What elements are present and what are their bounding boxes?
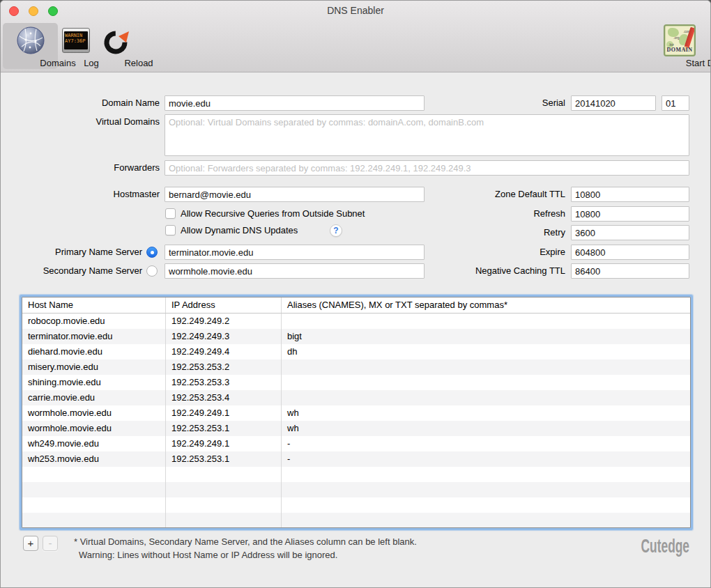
host-table[interactable]: Host Name IP Address Aliases (CNAMES), M… [22, 297, 691, 528]
table-row[interactable]: wh249.movie.edu192.249.249.1- [22, 436, 690, 451]
table-cell: 192.249.249.2 [166, 314, 282, 329]
hostmaster-input[interactable] [165, 187, 425, 202]
primary-ns-input[interactable] [165, 245, 425, 260]
table-cell: misery.movie.edu [22, 359, 166, 375]
globe-network-icon [15, 25, 46, 59]
help-button[interactable]: ? [330, 224, 342, 237]
table-cell [282, 497, 690, 513]
table-cell [282, 390, 690, 405]
table-cell: - [282, 436, 690, 451]
table-row[interactable]: wormhole.movie.edu192.249.249.1wh [22, 405, 690, 421]
table-cell: 192.249.249.1 [166, 405, 282, 421]
table-cell: 192.253.253.3 [166, 375, 282, 390]
hostmaster-label: Hostmaster [1, 187, 160, 202]
table-cell [166, 467, 282, 482]
secondary-ns-input[interactable] [165, 263, 425, 279]
table-cell: dh [282, 344, 690, 359]
add-row-button[interactable]: + [23, 536, 38, 551]
table-cell [22, 497, 166, 513]
table-row[interactable]: carrie.movie.edu192.253.253.4 [22, 390, 690, 405]
table-cell [166, 497, 282, 513]
table-cell [22, 482, 166, 497]
column-header-host-name[interactable]: Host Name [22, 297, 166, 313]
table-row[interactable] [22, 513, 690, 527]
column-header-ip-address[interactable]: IP Address [166, 297, 282, 313]
cutedge-logo: Cutedge [641, 535, 689, 557]
negative-caching-ttl-input[interactable] [571, 263, 689, 279]
table-cell: shining.movie.edu [22, 375, 166, 390]
remove-row-button[interactable]: - [43, 536, 58, 551]
reload-arrow-icon [101, 26, 132, 59]
retry-input[interactable] [571, 225, 689, 240]
column-header-aliases[interactable]: Aliases (CNAMES), MX or TXT separated by… [282, 297, 690, 313]
table-row[interactable] [22, 467, 690, 482]
table-cell [282, 314, 690, 329]
table-row[interactable]: diehard.movie.edu192.249.249.4dh [22, 344, 690, 359]
table-row[interactable] [22, 482, 690, 497]
table-row[interactable] [22, 497, 690, 513]
zone-default-ttl-label: Zone Default TTL [391, 187, 565, 202]
table-cell [166, 482, 282, 497]
table-cell: 192.249.249.4 [166, 344, 282, 359]
table-cell: 192.249.249.3 [166, 329, 282, 344]
table-cell: wh [282, 421, 690, 436]
forwarders-label: Forwarders [1, 160, 160, 176]
table-cell [282, 359, 690, 375]
retry-label: Retry [391, 225, 565, 240]
table-cell: - [282, 451, 690, 467]
table-cell: wh253.movie.edu [22, 451, 166, 467]
serial-input[interactable] [571, 95, 656, 111]
allow-dynamic-checkbox[interactable] [165, 225, 176, 235]
titlebar-toolbar: DNS Enabler [1, 1, 710, 72]
led-display-icon: WARNIN AY7:36P [62, 28, 90, 53]
secondary-ns-label: Secondary Name Server [1, 263, 142, 279]
negative-caching-ttl-label: Negative Caching TTL [391, 263, 565, 279]
table-cell: carrie.movie.edu [22, 390, 166, 405]
host-table-header: Host Name IP Address Aliases (CNAMES), M… [22, 297, 690, 314]
domain-name-input[interactable] [165, 95, 425, 111]
serial-suffix-input[interactable] [662, 95, 689, 111]
table-row[interactable]: misery.movie.edu192.253.253.2 [22, 359, 690, 375]
footnote-line1: * Virtual Domains, Secondary Name Server… [74, 535, 417, 548]
host-table-rows: robocop.movie.edu192.249.249.2terminator… [22, 314, 690, 527]
secondary-ns-radio[interactable] [146, 265, 158, 277]
primary-ns-label: Primary Name Server [1, 245, 142, 260]
zone-default-ttl-input[interactable] [571, 187, 689, 202]
table-cell: 192.249.249.1 [166, 436, 282, 451]
table-cell: 192.253.253.1 [166, 451, 282, 467]
table-cell: 192.253.253.1 [166, 421, 282, 436]
table-cell: robocop.movie.edu [22, 314, 166, 329]
virtual-domains-label: Virtual Domains [1, 114, 160, 130]
refresh-label: Refresh [391, 206, 565, 222]
toolbar-item-reload[interactable]: Reload [94, 23, 139, 69]
forwarders-input[interactable] [165, 160, 689, 176]
primary-ns-radio[interactable] [146, 247, 158, 258]
table-cell: wormhole.movie.edu [22, 405, 166, 421]
allow-recursive-checkbox[interactable] [165, 208, 176, 219]
table-cell [22, 467, 166, 482]
table-row[interactable]: wh253.movie.edu192.253.253.1- [22, 451, 690, 467]
serial-label: Serial [489, 95, 565, 111]
table-cell: 192.253.253.4 [166, 390, 282, 405]
table-cell: wormhole.movie.edu [22, 421, 166, 436]
allow-recursive-label: Allow Recursive Queries from Outside Sub… [181, 208, 365, 220]
table-row[interactable]: wormhole.movie.edu192.253.253.1wh [22, 421, 690, 436]
toolbar-item-log[interactable]: WARNIN AY7:36P Log [61, 23, 91, 69]
start-dns-button[interactable]: .com .org .biz DOMAIN Start DNS [653, 23, 706, 69]
expire-input[interactable] [571, 245, 689, 260]
table-cell: bigt [282, 329, 690, 344]
table-cell [22, 513, 166, 527]
toolbar-item-domains[interactable]: Domains [3, 23, 58, 69]
table-row[interactable]: shining.movie.edu192.253.253.3 [22, 375, 690, 390]
table-cell: 192.253.253.2 [166, 359, 282, 375]
window-title: DNS Enabler [1, 1, 710, 20]
table-cell [166, 513, 282, 527]
domain-map-icon: .com .org .biz DOMAIN [664, 24, 696, 56]
domain-name-label: Domain Name [1, 95, 160, 111]
table-cell: wh [282, 405, 690, 421]
table-row[interactable]: robocop.movie.edu192.249.249.2 [22, 314, 690, 329]
table-cell [282, 513, 690, 527]
refresh-input[interactable] [571, 206, 689, 222]
virtual-domains-textarea[interactable] [165, 114, 689, 156]
table-row[interactable]: terminator.movie.edu192.249.249.3bigt [22, 329, 690, 344]
